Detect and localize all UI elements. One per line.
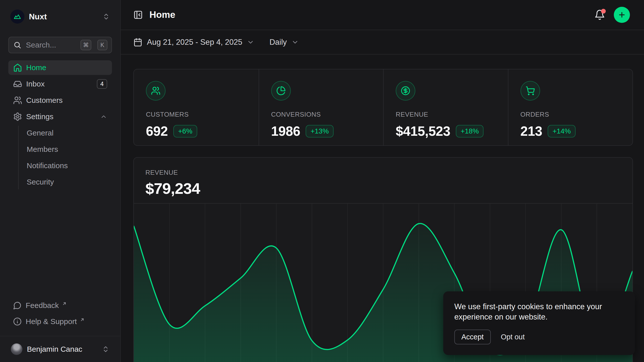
message-circle-icon xyxy=(13,301,22,310)
circle-dollar-icon xyxy=(396,81,415,101)
sidebar-item-label: Notifications xyxy=(27,161,107,170)
stat-revenue[interactable]: REVENUE $415,523 +18% xyxy=(383,69,508,146)
stat-delta-badge: +13% xyxy=(306,125,333,138)
stat-value: $415,523 xyxy=(396,123,450,139)
chevron-down-icon xyxy=(247,38,254,46)
cookie-accept-button[interactable]: Accept xyxy=(454,330,491,344)
sidebar-item-members[interactable]: Members xyxy=(26,142,112,157)
search-icon xyxy=(13,41,21,49)
sidebar-nav: Home Inbox 4 Customers xyxy=(8,60,112,191)
stat-value: 213 xyxy=(520,123,542,139)
sidebar-item-settings[interactable]: Settings xyxy=(8,109,112,124)
chevron-down-icon xyxy=(291,38,299,46)
app-root: Nuxt Search... ⌘ K Home xyxy=(0,0,644,362)
stat-value: 1986 xyxy=(271,123,300,139)
kbd-cmd: ⌘ xyxy=(80,40,91,50)
revenue-chart-label: REVENUE xyxy=(145,169,621,176)
stats-card: CUSTOMERS 692 +6% CONVERSIONS 1986 +13% xyxy=(133,69,633,146)
chevrons-up-down-icon xyxy=(102,345,109,353)
settings-subnav: General Members Notifications Security xyxy=(18,126,112,189)
date-range-picker[interactable]: Aug 21, 2025 - Sep 4, 2025 xyxy=(133,38,254,47)
sidebar-footer-nav: Feedback Help & Support xyxy=(8,298,112,336)
add-button[interactable] xyxy=(614,7,630,23)
stat-value: 692 xyxy=(146,123,168,139)
external-link-icon xyxy=(62,301,67,306)
sidebar-inner: Nuxt Search... ⌘ K Home xyxy=(0,0,120,336)
users-icon xyxy=(13,96,22,105)
granularity-value: Daily xyxy=(269,38,287,47)
sidebar-item-inbox[interactable]: Inbox 4 xyxy=(8,77,112,91)
stat-orders[interactable]: ORDERS 213 +14% xyxy=(508,69,633,146)
search-placeholder: Search... xyxy=(26,41,76,49)
stat-customers[interactable]: CUSTOMERS 692 +6% xyxy=(134,69,259,146)
cookie-optout-button[interactable]: Opt out xyxy=(501,333,525,341)
stat-conversions[interactable]: CONVERSIONS 1986 +13% xyxy=(259,69,383,146)
cookie-banner: We use first-party cookies to enhance yo… xyxy=(443,291,635,355)
team-switcher[interactable]: Nuxt xyxy=(8,9,112,25)
nuxt-logo-icon xyxy=(10,10,24,24)
sidebar-item-label: Home xyxy=(26,63,107,72)
stat-label: REVENUE xyxy=(396,111,496,118)
date-range-value: Aug 21, 2025 - Sep 4, 2025 xyxy=(147,38,242,47)
revenue-chart-header: REVENUE $79,234 xyxy=(134,158,632,203)
notifications-button[interactable] xyxy=(594,9,605,20)
brand-name: Nuxt xyxy=(29,12,98,21)
collapse-sidebar-button[interactable] xyxy=(133,10,143,20)
sidebar: Nuxt Search... ⌘ K Home xyxy=(0,0,121,362)
gear-icon xyxy=(13,112,22,121)
sidebar-item-label: Inbox xyxy=(26,80,93,88)
sidebar-item-customers[interactable]: Customers xyxy=(8,93,112,108)
sidebar-item-help-support[interactable]: Help & Support xyxy=(8,314,112,329)
sidebar-item-label: General xyxy=(27,129,107,137)
sidebar-item-label: Feedback xyxy=(26,301,59,310)
main-area: Home Aug 21, 2025 - Sep 4, 2025 xyxy=(121,0,644,362)
revenue-chart-value: $79,234 xyxy=(145,179,621,197)
main-header: Home xyxy=(121,0,644,30)
inbox-count-badge: 4 xyxy=(97,79,107,89)
sidebar-user-section: Benjamin Canac xyxy=(0,336,120,362)
chevron-up-icon xyxy=(100,113,107,120)
stat-delta-badge: +14% xyxy=(548,125,575,138)
shopping-cart-icon xyxy=(520,81,540,101)
external-link-icon xyxy=(80,317,85,322)
header-left: Home xyxy=(133,10,594,20)
chevrons-up-down-icon xyxy=(102,13,110,20)
sidebar-item-general[interactable]: General xyxy=(26,126,112,140)
home-icon xyxy=(13,63,22,72)
sidebar-item-notifications[interactable]: Notifications xyxy=(26,158,112,173)
granularity-select[interactable]: Daily xyxy=(269,38,299,47)
search-input[interactable]: Search... ⌘ K xyxy=(8,37,112,53)
users-icon xyxy=(146,81,166,101)
sidebar-item-home[interactable]: Home xyxy=(8,60,112,75)
cookie-actions: Accept Opt out xyxy=(454,330,624,344)
kbd-k: K xyxy=(97,40,107,50)
sidebar-item-security[interactable]: Security xyxy=(26,175,112,189)
info-icon xyxy=(13,317,22,326)
stat-delta-badge: +18% xyxy=(456,125,484,138)
avatar xyxy=(11,343,22,355)
stat-delta-badge: +6% xyxy=(173,125,197,138)
sidebar-item-label: Security xyxy=(27,178,107,186)
user-name: Benjamin Canac xyxy=(27,345,97,353)
cookie-message: We use first-party cookies to enhance yo… xyxy=(454,301,624,322)
notification-dot xyxy=(601,9,606,14)
header-right xyxy=(594,7,630,23)
sidebar-item-label: Members xyxy=(27,145,107,154)
sidebar-spacer xyxy=(8,191,112,298)
pie-chart-icon xyxy=(271,81,291,101)
filters-toolbar: Aug 21, 2025 - Sep 4, 2025 Daily xyxy=(121,30,644,55)
inbox-icon xyxy=(13,79,22,88)
stat-label: CONVERSIONS xyxy=(271,111,371,118)
user-menu[interactable]: Benjamin Canac xyxy=(8,341,112,357)
sidebar-item-label: Help & Support xyxy=(26,317,77,326)
sidebar-item-label: Customers xyxy=(26,96,107,105)
sidebar-item-label: Settings xyxy=(26,112,96,121)
stat-label: ORDERS xyxy=(520,111,621,118)
page-title: Home xyxy=(149,10,175,20)
sidebar-item-feedback[interactable]: Feedback xyxy=(8,298,112,313)
calendar-icon xyxy=(133,38,142,47)
stat-label: CUSTOMERS xyxy=(146,111,247,118)
